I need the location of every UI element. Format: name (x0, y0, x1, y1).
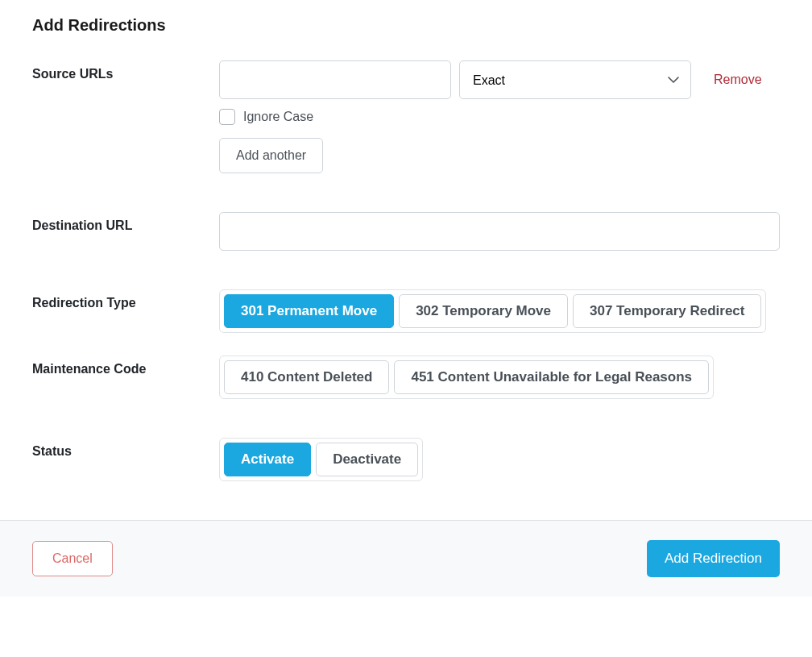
redirect-307-button[interactable]: 307 Temporary Redirect (573, 294, 761, 328)
footer: Cancel Add Redirection (0, 520, 812, 597)
maintenance-code-group: 410 Content Deleted 451 Content Unavaila… (219, 356, 714, 399)
activate-button[interactable]: Activate (224, 443, 311, 476)
status-label: Status (32, 438, 219, 481)
redirection-type-label: Redirection Type (32, 289, 219, 333)
redirect-301-button[interactable]: 301 Permanent Move (224, 294, 394, 328)
source-urls-label: Source URLs (32, 60, 219, 173)
page-title: Add Redirections (32, 16, 780, 35)
destination-url-label: Destination URL (32, 212, 219, 251)
status-group: Activate Deactivate (219, 438, 423, 481)
add-redirection-button[interactable]: Add Redirection (647, 540, 780, 577)
source-url-input[interactable] (219, 60, 451, 99)
maint-410-button[interactable]: 410 Content Deleted (224, 360, 389, 394)
ignore-case-checkbox[interactable] (219, 109, 235, 125)
maintenance-code-label: Maintenance Code (32, 356, 219, 399)
destination-url-input[interactable] (219, 212, 780, 251)
remove-source-link[interactable]: Remove (714, 73, 762, 87)
cancel-button[interactable]: Cancel (32, 541, 113, 576)
maint-451-button[interactable]: 451 Content Unavailable for Legal Reason… (394, 360, 709, 394)
redirection-type-group: 301 Permanent Move 302 Temporary Move 30… (219, 289, 766, 333)
deactivate-button[interactable]: Deactivate (316, 443, 418, 476)
ignore-case-label: Ignore Case (243, 110, 313, 124)
add-another-button[interactable]: Add another (219, 138, 323, 173)
redirect-302-button[interactable]: 302 Temporary Move (399, 294, 568, 328)
match-type-select[interactable]: Exact (459, 60, 691, 99)
